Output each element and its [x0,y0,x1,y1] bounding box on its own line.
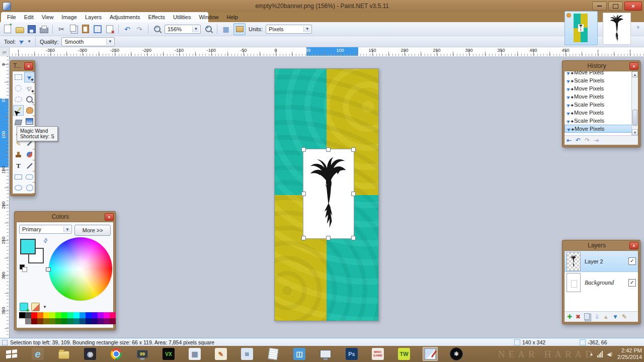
copy-button[interactable] [69,25,78,34]
network-signal-icon[interactable] [597,351,603,357]
masc-game[interactable]: MISCGAME [370,347,385,361]
history-window-titlebar[interactable]: History x [564,61,638,71]
history-item[interactable]: ➤✚Scale Pixels [565,101,634,109]
open-button[interactable] [15,25,24,34]
selection-handle[interactable] [326,236,331,240]
history-item[interactable]: ➤✚Scale Pixels [565,117,634,125]
duplicate-layer-button[interactable] [584,313,590,320]
line-curve-tool-button[interactable] [24,160,35,171]
palette-swatch[interactable] [73,318,79,324]
canvas[interactable] [274,68,379,321]
history-item[interactable]: ➤✚Scale Pixels [565,76,634,84]
layers-window-titlebar[interactable]: Layers x [564,240,638,250]
palette-swatch[interactable] [110,312,116,318]
zoom-out-button[interactable]: − [152,25,162,34]
colors-window-titlebar[interactable]: Colors x [16,212,114,222]
palette-swatch[interactable] [55,312,61,318]
palette-swatch[interactable] [37,312,43,318]
internet-explorer[interactable]: e [30,347,45,361]
add-layer-button[interactable]: ✚ [567,314,572,320]
palette-swatch[interactable] [73,312,79,318]
vx-app[interactable]: VX [161,347,176,361]
rectangle-shape-tool-button[interactable] [13,171,24,182]
chevron-down-icon[interactable]: ▼ [43,305,47,309]
calculator[interactable]: ⌗ [239,347,255,361]
history-item[interactable]: ➤✚Move Pixels [565,71,634,76]
selection-handle[interactable] [351,147,356,152]
file-explorer[interactable] [56,347,71,361]
palette-swatch[interactable] [19,312,25,318]
zoom-level-select[interactable]: 156%▼ [165,25,201,34]
palette-swatch[interactable] [43,318,49,324]
history-item[interactable]: ➤✚Move Pixels [565,125,634,133]
move-selection-tool-button[interactable]: ➤✚ [24,83,35,94]
redo-button[interactable]: ↷ [585,137,590,143]
media-app[interactable]: ✎ [213,347,228,361]
tw-app[interactable]: TW [396,347,412,361]
move-layer-up-button[interactable]: ▲ [603,314,609,320]
palette-swatch[interactable] [37,318,43,324]
palette-swatch[interactable] [55,318,61,324]
chevron-down-icon[interactable]: ▼ [27,39,31,44]
palette-swatch[interactable] [31,312,37,318]
paste-button[interactable] [81,25,90,34]
palette-swatch[interactable] [61,318,67,324]
menu-item-help[interactable]: Help [223,13,243,21]
palette-swatch[interactable] [98,312,104,318]
palette-swatch[interactable] [79,312,86,318]
start-button[interactable] [4,347,19,361]
history-item[interactable]: ➤✚Move Pixels [565,93,634,101]
reset-colors-icon[interactable] [22,267,27,272]
palette-swatch[interactable] [110,318,116,324]
lasso-select-tool-button[interactable] [13,83,24,94]
close-icon[interactable]: x [24,62,33,70]
move-layer-down-button[interactable]: ▼ [612,314,618,320]
cpu-meter[interactable]: 99 [135,347,150,361]
scroll-up-icon[interactable]: ▲ [632,71,638,77]
obs[interactable]: ✱ [449,347,464,361]
pan-tool-tool-button[interactable] [24,105,35,116]
monitor-app[interactable] [318,347,333,361]
rewind-button[interactable]: ⇤ [567,137,572,143]
selection-handle[interactable] [326,147,331,152]
palette-swatch[interactable] [92,312,98,318]
palette-swatch[interactable] [86,312,92,318]
scroll-down-icon[interactable]: ▼ [632,129,638,135]
text-tool-tool-button[interactable]: T [13,160,24,171]
steam[interactable]: ◉ [83,347,98,361]
selection-handle[interactable] [351,192,356,196]
zoom-tool-tool-button[interactable] [24,94,35,105]
primary-color-swatch[interactable] [20,239,36,254]
palette-swatch[interactable] [86,318,92,324]
layer-row[interactable]: Layer 2✓ [565,251,638,272]
palette-swatch[interactable] [25,312,31,318]
taskbar-clock[interactable]: 2:42 PM 2/25/2014 [617,347,642,360]
palette-swatch[interactable] [25,318,31,324]
rectangle-select-tool-button[interactable] [13,72,24,82]
quality-select[interactable]: Smooth▼ [61,37,115,46]
redo-button[interactable]: ↷ [135,25,144,34]
selection-handle[interactable] [351,236,356,240]
photoshop[interactable]: Ps [344,347,359,361]
tools-window-titlebar[interactable]: T... x [12,61,33,71]
selection-handle[interactable] [301,147,306,152]
menu-item-view[interactable]: View [38,13,58,21]
palette-swatch[interactable] [61,312,67,318]
close-button[interactable]: × [624,2,642,11]
merge-layer-down-button[interactable]: ⇓ [594,314,599,320]
close-icon[interactable]: x [629,242,638,249]
close-icon[interactable]: x [629,62,638,70]
image-list-item-banner[interactable] [565,11,598,45]
menu-item-window[interactable]: Window [195,13,222,21]
ellipse-select-tool-button[interactable] [13,94,24,105]
undo-button[interactable]: ↶ [576,137,581,143]
print-button[interactable] [39,25,48,34]
add-color-to-palette-icon[interactable] [20,303,28,311]
palette-swatch[interactable] [104,318,110,324]
scrollbar-thumb[interactable] [632,110,637,126]
recolor-tool-button[interactable] [24,149,35,160]
palette-swatch[interactable] [19,318,25,324]
color-wheel[interactable] [49,237,112,301]
layer-row[interactable]: Background✓ [565,272,638,293]
menu-item-utilities[interactable]: Utilities [169,13,195,21]
